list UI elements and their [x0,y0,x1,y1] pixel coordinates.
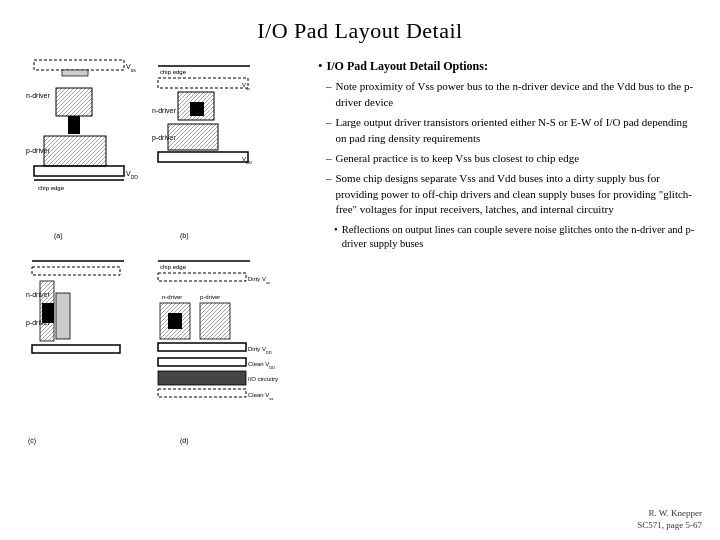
svg-text:Vss: Vss [126,63,136,73]
svg-rect-5 [68,116,80,134]
svg-text:chip edge: chip edge [38,185,65,191]
svg-rect-43 [158,343,246,351]
dash-text-1: Note proximity of Vss power bus to the n… [336,79,697,110]
svg-rect-49 [158,389,246,397]
svg-rect-45 [158,358,246,366]
diagram-b: chip edge Vss n-driver p-driver [150,58,268,243]
svg-rect-0 [34,60,124,70]
text-panel: • I/O Pad Layout Detail Options: – Note … [314,58,696,528]
svg-text:(c): (c) [28,437,36,445]
dash-4: – [326,171,332,217]
dash-item-4: – Some chip designs separate Vss and Vdd… [326,171,696,217]
sub-bullet-list: • Reflections on output lines can couple… [334,223,696,251]
svg-text:(b): (b) [180,232,189,240]
main-bullet: • [318,58,323,75]
svg-rect-30 [56,293,70,339]
svg-text:Dirty Vss: Dirty Vss [248,276,270,285]
svg-text:n-driver: n-driver [152,107,176,114]
svg-text:VDD: VDD [126,170,138,180]
dash-item-2: – Large output driver transistors orient… [326,115,696,146]
content-area: Vss n-driver [24,58,696,528]
footer-line2: SC571, page 5-67 [637,519,702,532]
svg-text:VDD: VDD [242,156,252,165]
svg-text:Vss: Vss [242,82,250,91]
diagram-a: Vss n-driver [24,58,142,243]
svg-text:Clean VDD: Clean VDD [248,361,275,370]
svg-text:Dirty VDD: Dirty VDD [248,346,272,355]
sub-bullet-text: Reflections on output lines can couple s… [342,223,696,251]
svg-rect-32 [32,345,120,353]
diagram-c: n-driver p-driver (c) [24,253,142,453]
svg-text:p-driver: p-driver [200,294,220,300]
svg-rect-4 [56,88,92,116]
dash-item-1: – Note proximity of Vss power bus to the… [326,79,696,110]
footer: R. W. Knepper SC571, page 5-67 [637,507,702,532]
svg-rect-41 [200,303,230,339]
svg-rect-8 [34,166,124,176]
sub-bullet-item: • Reflections on output lines can couple… [334,223,696,251]
svg-text:(d): (d) [180,437,189,445]
dash-3: – [326,151,332,166]
svg-rect-42 [168,313,182,329]
svg-text:(a): (a) [54,232,63,240]
sub-bullet-dot: • [334,223,338,251]
svg-rect-20 [168,124,218,150]
svg-text:n-driver: n-driver [162,294,182,300]
svg-rect-7 [44,136,106,166]
svg-text:chip edge: chip edge [160,69,187,75]
svg-rect-31 [42,303,54,323]
svg-rect-48 [158,371,246,385]
diagram-d: chip edge Dirty Vss n-driver p-driver [150,253,305,453]
dash-2: – [326,115,332,146]
svg-rect-15 [158,78,248,88]
options-header: • I/O Pad Layout Detail Options: [318,58,696,75]
svg-text:Clean Vss: Clean Vss [248,392,273,401]
svg-rect-22 [158,152,248,162]
footer-line1: R. W. Knepper [637,507,702,520]
svg-text:I/O circuitry: I/O circuitry [248,376,278,382]
dash-text-2: Large output driver transistors oriented… [336,115,697,146]
dash-list: – Note proximity of Vss power bus to the… [326,79,696,217]
page-title: I/O Pad Layout Detail [24,18,696,44]
dash-text-4: Some chip designs separate Vss and Vdd b… [336,171,697,217]
page: I/O Pad Layout Detail Vss n-driver [0,0,720,540]
dash-text-3: General practice is to keep Vss bus clos… [336,151,580,166]
dash-1: – [326,79,332,110]
svg-rect-36 [158,273,246,281]
svg-rect-26 [32,267,120,275]
options-label: I/O Pad Layout Detail Options: [327,58,488,75]
svg-text:n-driver: n-driver [26,92,50,99]
dash-item-3: – General practice is to keep Vss bus cl… [326,151,696,166]
diagrams-panel: Vss n-driver [24,58,304,528]
svg-text:chip edge: chip edge [160,264,187,270]
svg-rect-2 [62,70,88,76]
svg-rect-21 [190,102,204,116]
